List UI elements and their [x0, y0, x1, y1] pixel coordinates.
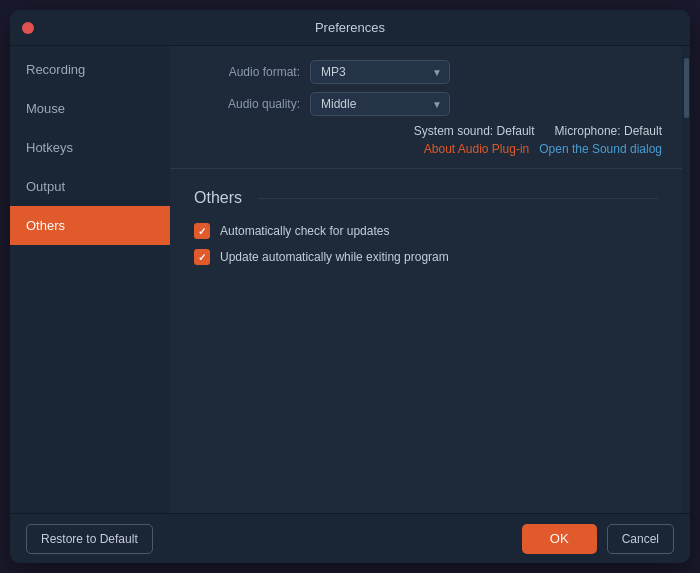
system-sound-info: System sound: Default	[414, 124, 535, 138]
open-sound-dialog-link[interactable]: Open the Sound dialog	[539, 142, 662, 156]
system-sound-row: System sound: Default Microphone: Defaul…	[190, 124, 662, 138]
auto-update-exit-checkbox[interactable]: ✓	[194, 249, 210, 265]
auto-update-check-item[interactable]: ✓ Automatically check for updates	[194, 223, 658, 239]
section-header: Others	[194, 189, 658, 207]
bottom-bar: Restore to Default OK Cancel	[10, 513, 690, 563]
sidebar-item-others[interactable]: Others	[10, 206, 170, 245]
settings-panel: Audio format: MP3 WAV AAC ▼ Audio qua	[170, 46, 682, 169]
audio-format-select[interactable]: MP3 WAV AAC	[310, 60, 450, 84]
close-button[interactable]	[22, 22, 34, 34]
about-audio-plugin-link[interactable]: About Audio Plug-in	[424, 142, 529, 156]
audio-quality-select-wrapper: Middle Low High ▼	[310, 92, 450, 116]
action-buttons: OK Cancel	[522, 524, 674, 554]
main-content: Recording Mouse Hotkeys Output Others	[10, 46, 690, 513]
sidebar: Recording Mouse Hotkeys Output Others	[10, 46, 170, 513]
content-area: Audio format: MP3 WAV AAC ▼ Audio qua	[170, 46, 682, 513]
ok-button[interactable]: OK	[522, 524, 597, 554]
restore-default-button[interactable]: Restore to Default	[26, 524, 153, 554]
sidebar-item-hotkeys[interactable]: Hotkeys	[10, 128, 170, 167]
microphone-info: Microphone: Default	[555, 124, 662, 138]
sidebar-item-output[interactable]: Output	[10, 167, 170, 206]
right-panel: Audio format: MP3 WAV AAC ▼ Audio qua	[170, 46, 690, 513]
checkmark-icon: ✓	[198, 226, 206, 237]
sidebar-item-mouse[interactable]: Mouse	[10, 89, 170, 128]
window-title: Preferences	[315, 20, 385, 35]
audio-quality-row: Audio quality: Middle Low High ▼	[190, 92, 662, 116]
audio-format-row: Audio format: MP3 WAV AAC ▼	[190, 60, 662, 84]
cancel-button[interactable]: Cancel	[607, 524, 674, 554]
section-title: Others	[194, 189, 242, 207]
preferences-window: Preferences Recording Mouse Hotkeys Outp…	[10, 10, 690, 563]
audio-quality-label: Audio quality:	[190, 97, 300, 111]
auto-update-exit-label: Update automatically while exiting progr…	[220, 250, 449, 264]
scrollbar-track[interactable]	[682, 46, 690, 513]
audio-quality-select[interactable]: Middle Low High	[310, 92, 450, 116]
checkmark-icon-2: ✓	[198, 252, 206, 263]
audio-format-label: Audio format:	[190, 65, 300, 79]
others-section: Others ✓ Automatically check for updates	[170, 169, 682, 513]
section-divider	[258, 198, 658, 199]
auto-update-check-checkbox[interactable]: ✓	[194, 223, 210, 239]
title-bar: Preferences	[10, 10, 690, 46]
auto-update-exit-item[interactable]: ✓ Update automatically while exiting pro…	[194, 249, 658, 265]
sidebar-item-recording[interactable]: Recording	[10, 50, 170, 89]
auto-update-check-label: Automatically check for updates	[220, 224, 389, 238]
links-row: About Audio Plug-in Open the Sound dialo…	[190, 142, 662, 156]
scrollbar-thumb[interactable]	[684, 58, 689, 118]
audio-format-select-wrapper: MP3 WAV AAC ▼	[310, 60, 450, 84]
